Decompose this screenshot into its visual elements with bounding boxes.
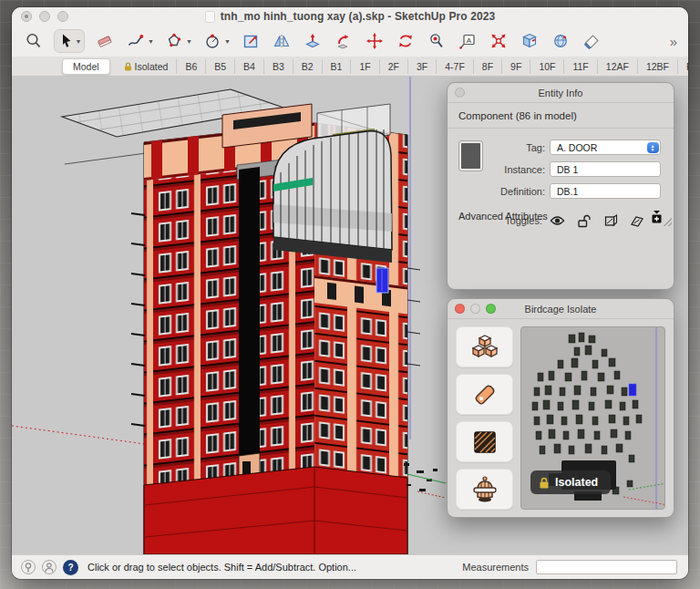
solid-sphere-icon bbox=[551, 32, 570, 50]
zoom-window-button[interactable] bbox=[486, 304, 496, 314]
tool-scale[interactable] bbox=[488, 29, 510, 53]
tab-b5[interactable]: B5 bbox=[206, 59, 235, 74]
tab-b4[interactable]: B4 bbox=[235, 59, 264, 74]
tool-shapes[interactable] bbox=[163, 29, 185, 53]
tool-push-pull[interactable] bbox=[302, 29, 324, 53]
svg-text:A: A bbox=[467, 36, 472, 45]
soft-eraser-icon bbox=[582, 32, 601, 50]
chevron-down-icon: ▼ bbox=[76, 38, 82, 45]
section-plane-icon bbox=[520, 32, 539, 50]
tab-rf[interactable]: RF bbox=[678, 59, 688, 74]
toolbar-overflow-button[interactable]: » bbox=[670, 34, 679, 49]
hatch-button[interactable] bbox=[456, 421, 513, 462]
panel-close-button[interactable] bbox=[455, 88, 465, 98]
hatch-square-icon bbox=[472, 429, 498, 455]
tab-isolated[interactable]: Isolated bbox=[116, 59, 178, 74]
zoom-icon bbox=[25, 32, 43, 50]
eraser-icon bbox=[96, 32, 114, 50]
chevron-down-icon[interactable]: ▼ bbox=[148, 38, 154, 45]
tool-zoom[interactable] bbox=[23, 29, 45, 53]
tab-b6[interactable]: B6 bbox=[177, 59, 206, 74]
lock-icon bbox=[124, 62, 132, 71]
tool-text[interactable]: A bbox=[457, 29, 479, 53]
component-thumbnail bbox=[459, 141, 482, 170]
entity-info-panel: Entity Info Component (86 in model) Tag:… bbox=[447, 82, 674, 290]
tab-12af[interactable]: 12AF bbox=[598, 59, 638, 74]
definition-field[interactable]: DB.1 bbox=[550, 183, 661, 199]
tool-follow-me[interactable] bbox=[333, 29, 355, 53]
panel-title: Entity Info bbox=[539, 88, 583, 98]
chevron-down-icon[interactable]: ▼ bbox=[224, 38, 231, 45]
tab-11f[interactable]: 11F bbox=[564, 59, 597, 74]
tab-2f[interactable]: 2F bbox=[380, 59, 408, 74]
panel-title: Birdcage Isolate bbox=[525, 304, 597, 315]
resize-grip[interactable] bbox=[664, 218, 672, 226]
credits-icon[interactable] bbox=[42, 560, 57, 574]
geolocation-icon[interactable] bbox=[21, 560, 36, 574]
components-cubes-icon bbox=[470, 334, 499, 361]
entity-info-header: Entity Info bbox=[448, 83, 674, 103]
close-button[interactable] bbox=[455, 304, 465, 314]
tab-1f[interactable]: 1F bbox=[351, 59, 379, 74]
freehand-icon bbox=[127, 32, 145, 50]
birdcage-header: Birdcage Isolate bbox=[448, 299, 674, 319]
advanced-attributes-toggle[interactable]: Advanced Attributes bbox=[458, 211, 548, 222]
chevron-down-icon[interactable]: ▼ bbox=[186, 38, 192, 45]
tab-b3[interactable]: B3 bbox=[264, 59, 293, 74]
status-hint: Click or drag to select objects. Shift =… bbox=[88, 562, 356, 573]
tool-offset[interactable] bbox=[240, 29, 262, 53]
tab-8f[interactable]: 8F bbox=[474, 59, 502, 74]
tool-select[interactable]: ▼ bbox=[54, 29, 85, 53]
shapes-icon bbox=[165, 32, 183, 50]
scene-tab-bar: Model Isolated B6 B5 B4 B3 B2 B1 1F 2F 3… bbox=[12, 57, 688, 77]
tool-move[interactable] bbox=[364, 29, 386, 53]
tab-3f[interactable]: 3F bbox=[408, 59, 437, 74]
component-summary: Component (86 in model) bbox=[448, 103, 674, 129]
tool-freehand[interactable] bbox=[125, 29, 147, 53]
chevron-updown-icon[interactable]: ▲▼ bbox=[647, 142, 659, 154]
help-icon[interactable]: ? bbox=[63, 560, 78, 575]
close-button[interactable] bbox=[21, 11, 32, 22]
tag-icon bbox=[471, 381, 499, 408]
components-button[interactable] bbox=[456, 326, 513, 367]
model-viewport[interactable]: Entity Info Component (86 in model) Tag:… bbox=[12, 77, 688, 554]
tab-4-7f[interactable]: 4-7F bbox=[437, 59, 474, 74]
measurements-input[interactable] bbox=[536, 560, 677, 574]
flip-icon bbox=[273, 32, 291, 50]
tab-9f[interactable]: 9F bbox=[502, 59, 530, 74]
birdcage-button[interactable] bbox=[456, 469, 513, 510]
tool-position-camera[interactable] bbox=[426, 29, 448, 53]
toolbar: ▼ ▼ ▼ ▼ bbox=[12, 26, 688, 57]
zoom-window-button[interactable] bbox=[57, 11, 68, 22]
tab-10f[interactable]: 10F bbox=[530, 59, 564, 74]
tool-flip[interactable] bbox=[271, 29, 293, 53]
tool-rotate[interactable] bbox=[395, 29, 417, 53]
attributes-expand-icon[interactable] bbox=[651, 210, 663, 223]
tab-model[interactable]: Model bbox=[62, 58, 110, 75]
tool-section-plane[interactable] bbox=[519, 29, 540, 53]
isolate-preview[interactable]: Isolated bbox=[520, 326, 665, 510]
push-pull-icon bbox=[304, 32, 322, 50]
tab-12bf[interactable]: 12BF bbox=[638, 59, 678, 74]
tab-b2[interactable]: B2 bbox=[293, 59, 323, 74]
tab-b1[interactable]: B1 bbox=[323, 59, 352, 74]
app-window: tnh_mo hinh_tuong xay (a).skp - SketchUp… bbox=[12, 7, 688, 579]
measurements-label: Measurements bbox=[462, 562, 529, 573]
tool-soft-eraser[interactable] bbox=[581, 29, 602, 53]
tool-eraser[interactable] bbox=[94, 29, 116, 53]
instance-field[interactable]: DB 1 bbox=[550, 161, 661, 177]
position-camera-icon bbox=[427, 32, 446, 50]
tag-dropdown[interactable]: A. DOOR ▲▼ bbox=[550, 140, 661, 155]
birdcage-icon bbox=[470, 475, 499, 504]
document-proxy-icon bbox=[205, 11, 215, 23]
move-icon bbox=[365, 32, 384, 50]
rotate-icon bbox=[396, 32, 415, 50]
minimize-button[interactable] bbox=[470, 304, 480, 314]
definition-label: Definition: bbox=[468, 186, 545, 197]
tool-3d-solid[interactable] bbox=[550, 29, 571, 53]
isolated-badge[interactable]: Isolated bbox=[530, 470, 611, 494]
minimize-button[interactable] bbox=[39, 11, 50, 22]
tool-arcs[interactable] bbox=[201, 29, 223, 53]
select-arrow-icon bbox=[57, 32, 76, 50]
tag-button[interactable] bbox=[456, 374, 513, 415]
